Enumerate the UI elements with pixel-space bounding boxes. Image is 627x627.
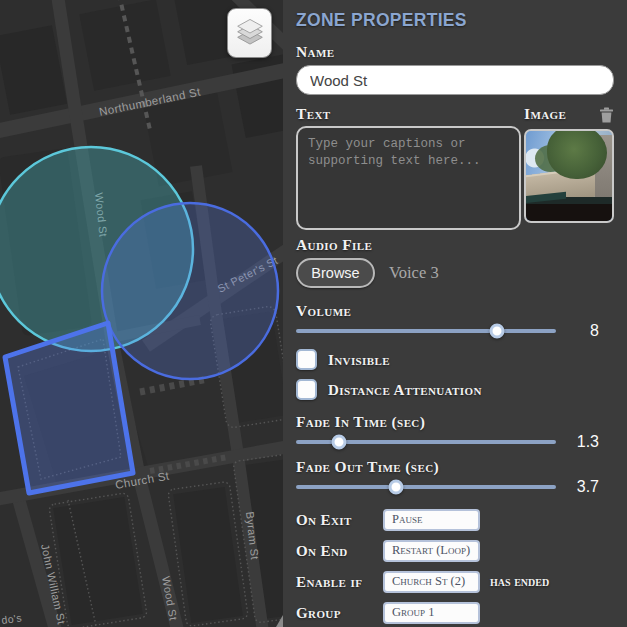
fade-out-slider[interactable] bbox=[296, 485, 556, 489]
audio-file-name: Voice 3 bbox=[389, 263, 439, 283]
volume-slider[interactable] bbox=[296, 329, 556, 333]
on-exit-field[interactable]: Pause bbox=[383, 509, 480, 531]
invisible-checkbox[interactable] bbox=[296, 349, 317, 370]
zone-blue-circle[interactable] bbox=[102, 203, 278, 379]
volume-slider-thumb[interactable] bbox=[489, 324, 504, 339]
enable-if-suffix: has ended bbox=[490, 573, 549, 590]
fade-out-value: 3.7 bbox=[556, 478, 614, 496]
thumbnail-tree bbox=[547, 129, 607, 179]
layers-icon bbox=[235, 17, 265, 49]
enable-if-field[interactable]: Church St (2) bbox=[383, 571, 480, 593]
fade-in-slider[interactable] bbox=[296, 440, 556, 444]
group-row: Group Group 1 bbox=[296, 597, 614, 627]
name-input[interactable] bbox=[296, 65, 614, 95]
browse-button[interactable]: Browse bbox=[296, 258, 375, 288]
on-end-label: On End bbox=[296, 542, 383, 560]
image-thumbnail[interactable] bbox=[524, 129, 614, 223]
distance-attenuation-label: Distance Attenuation bbox=[328, 381, 482, 399]
name-label: Name bbox=[296, 43, 614, 61]
group-label: Group bbox=[296, 604, 383, 622]
map-canvas: Northumberland St Wood St St Peter's St … bbox=[0, 0, 283, 627]
enable-if-row: Enable if Church St (2) has ended bbox=[296, 566, 614, 597]
volume-label: Volume bbox=[296, 302, 614, 320]
on-exit-label: On Exit bbox=[296, 511, 383, 529]
trash-icon[interactable] bbox=[599, 107, 614, 123]
distance-attenuation-checkbox[interactable] bbox=[296, 379, 317, 400]
text-label: Text bbox=[296, 105, 521, 123]
map-container[interactable]: Northumberland St Wood St St Peter's St … bbox=[0, 0, 283, 627]
fade-out-label: Fade Out Time (sec) bbox=[296, 458, 614, 476]
page-title: ZONE PROPERTIES bbox=[296, 10, 614, 31]
audio-file-label: Audio File bbox=[296, 236, 614, 254]
layers-button[interactable] bbox=[227, 8, 272, 58]
fade-in-slider-thumb[interactable] bbox=[331, 435, 346, 450]
volume-value: 8 bbox=[556, 322, 614, 340]
on-exit-row: On Exit Pause bbox=[296, 504, 614, 535]
on-end-field[interactable]: Restart (Loop) bbox=[383, 540, 480, 562]
zone-blue-rect[interactable] bbox=[5, 323, 133, 493]
fade-in-value: 1.3 bbox=[556, 433, 614, 451]
caption-textarea[interactable] bbox=[296, 126, 521, 230]
invisible-label: Invisible bbox=[328, 351, 390, 369]
fade-out-slider-thumb[interactable] bbox=[389, 480, 404, 495]
on-end-row: On End Restart (Loop) bbox=[296, 535, 614, 566]
group-field[interactable]: Group 1 bbox=[383, 602, 480, 624]
enable-if-label: Enable if bbox=[296, 573, 383, 591]
fade-in-label: Fade In Time (sec) bbox=[296, 413, 614, 431]
image-label: Image bbox=[524, 105, 566, 123]
zone-properties-panel: ZONE PROPERTIES Name Text Image bbox=[283, 0, 627, 627]
